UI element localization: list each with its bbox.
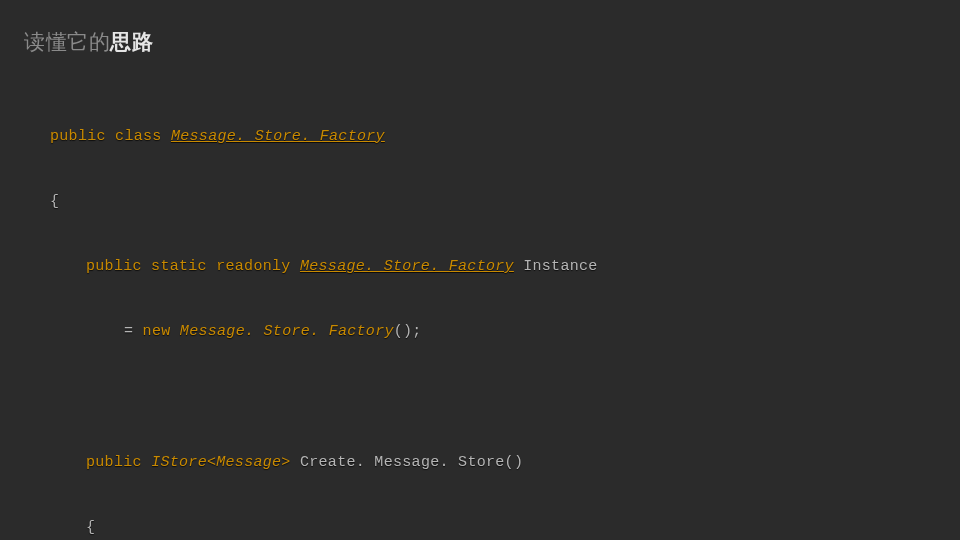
slide: 读懂它的思路 public class Message. Store. Fact…: [0, 0, 960, 540]
code-line: public class Message. Store. Factory: [24, 126, 936, 148]
code-line: = new Message. Store. Factory();: [24, 321, 936, 343]
code-line: public IStore<Message> Create. Message. …: [24, 452, 936, 474]
blank-line: [24, 387, 936, 409]
title-emph: 思路: [110, 30, 153, 54]
title-prefix: 读懂它的: [24, 30, 110, 54]
code-block: public class Message. Store. Factory { p…: [24, 82, 936, 540]
code-line: {: [24, 517, 936, 539]
slide-title: 读懂它的思路: [24, 28, 936, 56]
code-line: public static readonly Message. Store. F…: [24, 256, 936, 278]
code-line: {: [24, 191, 936, 213]
